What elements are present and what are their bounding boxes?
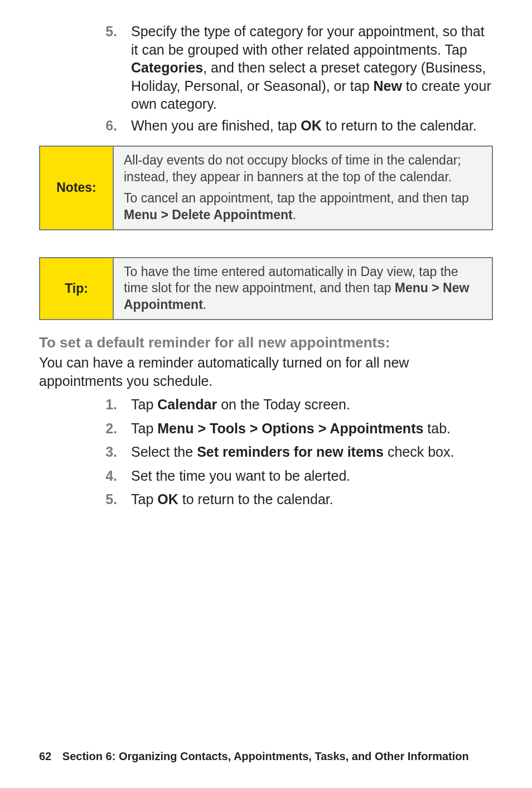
- footer-section-text: Section 6: Organizing Contacts, Appointm…: [62, 750, 469, 762]
- list-text: Set the time you want to be alerted.: [131, 467, 493, 485]
- notes-label: Notes:: [40, 147, 114, 229]
- tip-content: To have the time entered automatically i…: [114, 258, 492, 320]
- list-text: Tap OK to return to the calendar.: [131, 490, 493, 509]
- list-number: 2.: [92, 419, 131, 438]
- tip-box: Tip: To have the time entered automatica…: [39, 257, 493, 321]
- page-root: 5. Specify the type of category for your…: [0, 0, 532, 788]
- list-item: 3. Select the Set reminders for new item…: [92, 443, 493, 461]
- list-text: Specify the type of category for your ap…: [131, 22, 493, 113]
- list-item: 4. Set the time you want to be alerted.: [92, 467, 493, 485]
- spacer: [39, 230, 493, 246]
- upper-ordered-list: 5. Specify the type of category for your…: [92, 22, 493, 134]
- notes-content: All-day events do not occupy blocks of t…: [114, 147, 492, 229]
- tip-paragraph: To have the time entered automatically i…: [124, 264, 482, 314]
- list-number: 5.: [92, 22, 131, 113]
- list-item: 5. Tap OK to return to the calendar.: [92, 490, 493, 509]
- list-item: 5. Specify the type of category for your…: [92, 22, 493, 113]
- tip-label: Tip:: [40, 258, 114, 320]
- subheading: To set a default reminder for all new ap…: [39, 334, 493, 351]
- list-item: 2. Tap Menu > Tools > Options > Appointm…: [92, 419, 493, 438]
- notes-box: Notes: All-day events do not occupy bloc…: [39, 146, 493, 230]
- list-text: Select the Set reminders for new items c…: [131, 443, 493, 461]
- list-number: 5.: [92, 490, 131, 509]
- list-item: 1. Tap Calendar on the Today screen.: [92, 395, 493, 414]
- lower-ordered-list: 1. Tap Calendar on the Today screen. 2. …: [92, 395, 493, 509]
- list-number: 6.: [92, 117, 131, 135]
- list-number: 1.: [92, 395, 131, 414]
- list-text: When you are finished, tap OK to return …: [131, 117, 493, 135]
- list-text: Tap Menu > Tools > Options > Appointment…: [131, 419, 493, 438]
- page-number: 62: [39, 750, 51, 762]
- notes-paragraph: All-day events do not occupy blocks of t…: [124, 152, 482, 186]
- notes-paragraph: To cancel an appointment, tap the appoin…: [124, 190, 482, 224]
- list-number: 3.: [92, 443, 131, 461]
- intro-text: You can have a reminder automatically tu…: [39, 354, 493, 390]
- list-number: 4.: [92, 467, 131, 485]
- page-footer: 62 Section 6: Organizing Contacts, Appoi…: [39, 750, 469, 763]
- list-item: 6. When you are finished, tap OK to retu…: [92, 117, 493, 135]
- list-text: Tap Calendar on the Today screen.: [131, 395, 493, 414]
